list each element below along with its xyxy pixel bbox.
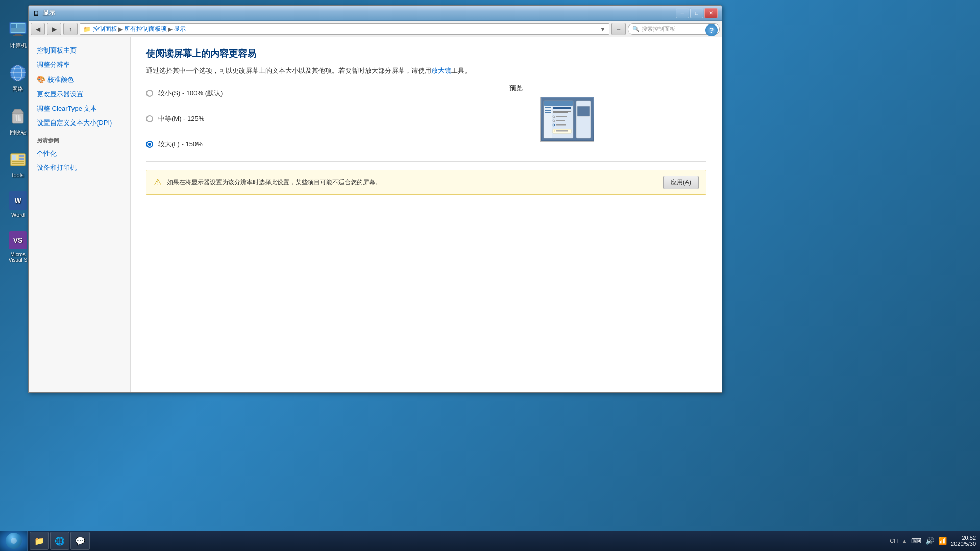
taskbar: 📁 🌐 💬 CH ▲ ⌨ 🔊 📶 20:52 2020/5/30 (0, 531, 980, 551)
recycle-icon (8, 106, 28, 127)
apply-button[interactable]: 应用(A) (663, 176, 699, 189)
radio-medium[interactable] (146, 115, 153, 122)
refresh-button[interactable]: → (611, 23, 626, 35)
svg-rect-18 (19, 155, 24, 157)
vs-icon: VS (9, 231, 27, 249)
svg-rect-39 (556, 124, 566, 125)
sidebar-item-devices[interactable]: 设备和打印机 (29, 161, 130, 175)
address-dropdown-icon[interactable]: ▼ (600, 26, 606, 33)
svg-rect-2 (15, 34, 21, 35)
word-icon: W (9, 191, 27, 210)
preview-label: 预览 (509, 84, 523, 93)
window-title: 显示 (43, 9, 674, 17)
desktop-icon-label: tools (12, 172, 23, 178)
sidebar-item-label: 控制面板主页 (37, 46, 77, 55)
svg-rect-3 (13, 35, 23, 36)
taskbar-app-app3[interactable]: 💬 (70, 532, 90, 550)
breadcrumb-item-display[interactable]: 显示 (174, 24, 186, 33)
sidebar-item-label: 更改显示器设置 (37, 90, 83, 99)
sidebar-section-label: 另请参阅 (29, 131, 130, 146)
option-medium[interactable]: 中等(M) - 125% (146, 114, 489, 123)
sidebar-item-label: 调整分辨率 (37, 60, 70, 69)
desktop-icon-label: MicrosVisual S (9, 252, 28, 263)
svg-rect-19 (19, 158, 24, 160)
radio-small[interactable] (146, 90, 153, 97)
svg-rect-43 (556, 131, 568, 132)
maximize-button[interactable]: □ (690, 8, 703, 18)
option-large-label: 较大(L) - 150% (158, 140, 203, 149)
preview-area: 预览 (509, 84, 706, 142)
taskbar-app-explorer[interactable]: 📁 (30, 532, 49, 550)
svg-rect-32 (553, 112, 568, 113)
sidebar: 控制面板主页 调整分辨率 🎨 校准颜色 更改显示器设置 调整 ClearType… (29, 37, 131, 392)
up-button[interactable]: ↑ (63, 23, 78, 35)
option-small[interactable]: 较小(S) - 100% (默认) (146, 89, 489, 98)
warning-text: 如果在将显示器设置为该分辨率时选择此设置，某些项目可能不适合您的屏幕。 (167, 178, 658, 187)
sidebar-item-home[interactable]: 控制面板主页 (29, 43, 130, 58)
search-placeholder: 搜索控制面板 (642, 25, 675, 33)
main-content: 使阅读屏幕上的内容更容易 通过选择其中一个选项，可以更改屏幕上的文本大小以及其他… (131, 37, 722, 392)
svg-rect-40 (553, 129, 571, 133)
start-button[interactable] (0, 531, 28, 551)
help-button[interactable]: ? (705, 24, 718, 36)
keyboard-icon: ⌨ (911, 537, 921, 545)
search-icon: 🔍 (632, 26, 640, 32)
svg-point-38 (553, 124, 554, 126)
computer-icon (8, 19, 28, 40)
svg-rect-30 (553, 107, 571, 109)
title-bar-buttons: ─ □ ✕ (676, 8, 718, 18)
sidebar-item-resolution[interactable]: 调整分辨率 (29, 58, 130, 72)
divider (146, 161, 706, 162)
desktop-icon-label: 回收站 (10, 129, 27, 136)
svg-line-14 (16, 115, 16, 121)
sidebar-item-personalize[interactable]: 个性化 (29, 146, 130, 161)
svg-rect-6 (11, 28, 24, 32)
taskbar-right: CH ▲ ⌨ 🔊 📶 20:52 2020/5/30 (890, 535, 980, 547)
start-orb (6, 533, 22, 549)
radio-large[interactable] (146, 141, 153, 148)
sidebar-item-color[interactable]: 🎨 校准颜色 (29, 72, 130, 87)
explorer-icon: 📁 (34, 536, 44, 546)
sidebar-item-label: 调整 ClearType 文本 (37, 104, 97, 113)
close-button[interactable]: ✕ (704, 8, 718, 18)
clock-date: 2020/5/30 (951, 541, 976, 547)
taskbar-app-browser[interactable]: 🌐 (50, 532, 69, 550)
options-preview-area: 较小(S) - 100% (默认) 中等(M) - 125% 较大(L) - 1… (146, 89, 706, 149)
magnifier-link[interactable]: 放大镜 (431, 67, 451, 74)
network-icon (8, 63, 28, 83)
svg-rect-25 (544, 101, 573, 106)
option-large[interactable]: 较大(L) - 150% (146, 140, 489, 149)
svg-rect-5 (17, 24, 24, 28)
page-description: 通过选择其中一个选项，可以更改屏幕上的文本大小以及其他项。若要暂时放大部分屏幕，… (146, 66, 706, 77)
clock-time: 20:52 (951, 535, 976, 541)
address-bar: ◀ ▶ ↑ 📁 控制面板 ▶ 所有控制面板项 ▶ 显示 ▼ → 🔍 搜索控制面板 (29, 21, 722, 37)
sidebar-item-monitor[interactable]: 更改显示器设置 (29, 87, 130, 102)
sidebar-item-label: 校准颜色 (47, 75, 74, 84)
expand-tray-button[interactable]: ▲ (902, 538, 907, 544)
svg-point-47 (11, 538, 17, 544)
sidebar-item-dpi[interactable]: 设置自定义文本大小(DPI) (29, 116, 130, 130)
desktop: 计算机 网络 (0, 0, 980, 551)
taskbar-clock[interactable]: 20:52 2020/5/30 (951, 535, 976, 547)
svg-rect-21 (12, 163, 24, 164)
folder-icon: 📁 (83, 26, 91, 33)
breadcrumb-item-controlpanel[interactable]: 控制面板 (93, 24, 117, 33)
address-input[interactable]: 📁 控制面板 ▶ 所有控制面板项 ▶ 显示 ▼ (80, 23, 609, 35)
keyboard-layout-indicator[interactable]: CH (890, 538, 898, 544)
breadcrumb: 控制面板 ▶ 所有控制面板项 ▶ 显示 (93, 24, 598, 33)
svg-rect-22 (16, 155, 18, 160)
options-list: 较小(S) - 100% (默认) 中等(M) - 125% 较大(L) - 1… (146, 89, 489, 149)
forward-button[interactable]: ▶ (47, 23, 61, 35)
desktop-icon-label: 网络 (12, 85, 23, 93)
minimize-button[interactable]: ─ (676, 8, 689, 18)
back-button[interactable]: ◀ (31, 23, 45, 35)
volume-icon[interactable]: 🔊 (925, 537, 934, 545)
sidebar-item-cleartype[interactable]: 调整 ClearType 文本 (29, 102, 130, 116)
desc-text-before-link: 通过选择其中一个选项，可以更改屏幕上的文本大小以及其他项。若要暂时放大部分屏幕，… (146, 67, 431, 74)
svg-rect-4 (11, 24, 16, 28)
browser-icon: 🌐 (55, 536, 65, 546)
network-icon[interactable]: 📶 (938, 537, 947, 545)
svg-rect-27 (545, 107, 551, 108)
breadcrumb-item-all[interactable]: 所有控制面板项 (124, 24, 167, 33)
svg-rect-28 (545, 110, 551, 111)
